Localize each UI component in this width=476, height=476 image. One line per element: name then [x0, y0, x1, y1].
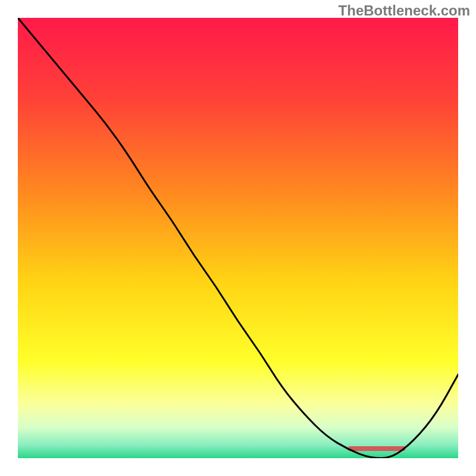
- watermark-label: TheBottleneck.com: [339, 2, 470, 19]
- plot-background: [18, 18, 458, 458]
- chart-frame: TheBottleneck.com: [0, 0, 476, 476]
- minimum-region-marker: [348, 446, 405, 451]
- chart-canvas: [18, 18, 458, 458]
